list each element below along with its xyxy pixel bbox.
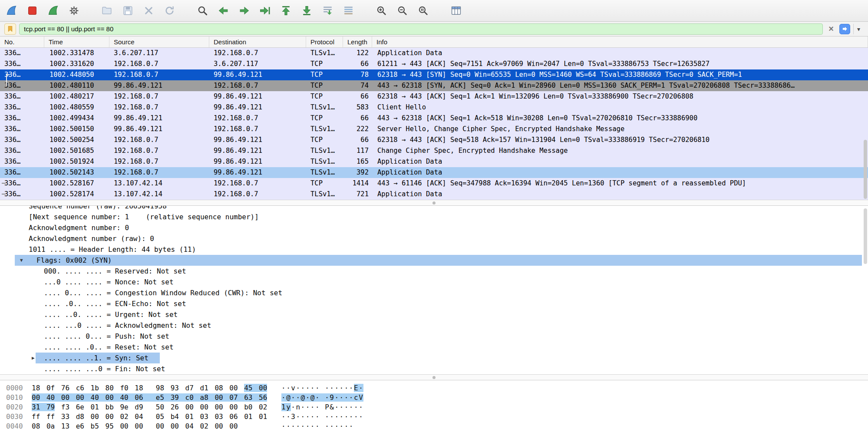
- packet-row[interactable]: 336…1002.52816713.107.42.14192.168.0.7TC…: [0, 178, 868, 189]
- packet-cell-info: Application Data: [372, 167, 868, 178]
- resize-columns-button[interactable]: [448, 3, 464, 19]
- packet-cell-no: 336…: [0, 59, 44, 69]
- packet-row[interactable]: 336…1002.48011099.86.49.121192.168.0.7TC…: [0, 80, 868, 91]
- capture-options-button[interactable]: [66, 3, 82, 19]
- go-last-button[interactable]: [299, 3, 314, 19]
- stop-capture-button[interactable]: [24, 3, 40, 19]
- collapse-icon[interactable]: ▼: [20, 255, 23, 266]
- detail-text: Acknowledgment number (raw): 0: [29, 234, 154, 243]
- packet-cell-no: 336…: [0, 135, 44, 145]
- detail-line[interactable]: .... 0... .... = Congestion Window Reduc…: [0, 287, 868, 298]
- detail-line[interactable]: ▼Flags: 0x002 (SYN): [0, 255, 868, 266]
- packet-cell-dst: 99.86.49.121: [209, 91, 306, 102]
- filter-apply-button[interactable]: [839, 24, 850, 34]
- zoom-in-button[interactable]: [373, 3, 389, 19]
- detail-line[interactable]: .... ..0. .... = Urgent: Not set: [0, 309, 868, 320]
- detail-line[interactable]: .... .0.. .... = ECN-Echo: Not set: [0, 298, 868, 309]
- pane-splitter-bottom[interactable]: [0, 374, 868, 380]
- packet-cell-time: 1002.500150: [44, 124, 109, 135]
- hex-bytes: 18 0f 76 c6 1b 80 f0 18 98 93 d7 d1 08 0…: [32, 383, 281, 393]
- hex-ascii: ·@··@·@· ·9····cV: [281, 393, 363, 402]
- packet-row[interactable]: 336…1002.480559192.168.0.799.86.49.121TL…: [0, 102, 868, 113]
- packet-row[interactable]: 336…1002.502143192.168.0.799.86.49.121TL…: [0, 167, 868, 178]
- go-first-button[interactable]: [278, 3, 294, 19]
- detail-line[interactable]: 000. .... .... = Reserved: Not set: [0, 266, 868, 277]
- expand-icon[interactable]: ▶: [32, 353, 35, 363]
- hex-row[interactable]: 004008 0a 13 e6 b5 95 00 00 00 00 04 02 …: [0, 422, 868, 431]
- packet-row[interactable]: 336…1002.480217192.168.0.799.86.49.121TC…: [0, 91, 868, 102]
- column-header-protocol[interactable]: Protocol: [306, 36, 343, 47]
- filter-clear-button[interactable]: ×: [826, 24, 836, 34]
- pane-splitter-top[interactable]: [0, 200, 868, 206]
- capture-options-icon: [68, 5, 80, 16]
- filter-bookmark-button[interactable]: [4, 23, 16, 35]
- packet-row[interactable]: 336…1002.49943499.86.49.121192.168.0.7TC…: [0, 113, 868, 124]
- column-header-destination[interactable]: Destination: [209, 36, 306, 47]
- column-header-no[interactable]: No.: [0, 36, 44, 47]
- packet-row[interactable]: 336…1002.500254192.168.0.799.86.49.121TC…: [0, 135, 868, 145]
- save-file-icon: [122, 5, 134, 16]
- packet-cell-src: 192.168.0.7: [109, 156, 209, 167]
- packet-row[interactable]: 336…1002.501685192.168.0.799.86.49.121TL…: [0, 145, 868, 156]
- detail-line[interactable]: .... .... ...0 = Fin: Not set: [0, 363, 868, 374]
- detail-line[interactable]: [Next sequence number: 1 (relative seque…: [0, 211, 868, 222]
- packet-row[interactable]: 336…1002.448050192.168.0.799.86.49.121TC…: [0, 69, 868, 80]
- detail-text: Acknowledgment number: 0: [29, 224, 129, 232]
- detail-line[interactable]: ▶.... .... ..1. = Syn: Set: [0, 353, 868, 363]
- detail-line[interactable]: 1011 .... = Header Length: 44 bytes (11): [0, 244, 868, 255]
- related-packet-tick: [2, 194, 6, 195]
- packet-list-scrollbar[interactable]: [864, 140, 867, 199]
- packet-cell-info: Server Hello, Change Cipher Spec, Encryp…: [372, 124, 868, 135]
- packet-cell-time: 1002.499434: [44, 113, 109, 124]
- detail-line[interactable]: ...0 .... .... = Nonce: Not set: [0, 277, 868, 287]
- go-forward-button[interactable]: [236, 3, 252, 19]
- restart-capture-button[interactable]: [45, 3, 61, 19]
- hex-row[interactable]: 001000 40 00 00 40 00 40 06 e5 39 c0 a8 …: [0, 393, 868, 402]
- restart-capture-icon: [47, 5, 59, 16]
- detail-line[interactable]: Sequence number (raw): 2665041958: [0, 206, 868, 211]
- go-back-button[interactable]: [215, 3, 231, 19]
- detail-line[interactable]: .... .... .0.. = Reset: Not set: [0, 342, 868, 353]
- reload-file-icon: [164, 5, 175, 16]
- details-scrollbar[interactable]: [864, 208, 867, 264]
- packet-cell-info: Application Data: [372, 48, 868, 59]
- column-header-info[interactable]: Info: [372, 36, 868, 47]
- find-packet-button[interactable]: [195, 3, 210, 19]
- packet-cell-time: 1002.480110: [44, 80, 109, 91]
- packet-cell-no: 336…: [0, 189, 44, 200]
- hex-row[interactable]: 000018 0f 76 c6 1b 80 f0 18 98 93 d7 d1 …: [0, 383, 868, 393]
- go-to-packet-button[interactable]: [257, 3, 273, 19]
- filter-text: tcp.port == 80 || udp.port == 80: [24, 25, 113, 33]
- colorize-icon: [343, 5, 354, 16]
- packet-cell-dst: 192.168.0.7: [209, 178, 306, 189]
- hex-row[interactable]: 0030ff ff 33 d8 00 00 02 04 05 b4 01 03 …: [0, 412, 868, 422]
- column-header-source[interactable]: Source: [109, 36, 209, 47]
- column-header-time[interactable]: Time: [44, 36, 109, 47]
- start-capture-button[interactable]: [3, 3, 19, 19]
- detail-line[interactable]: Acknowledgment number: 0: [0, 222, 868, 233]
- zoom-out-button[interactable]: [394, 3, 410, 19]
- filter-input[interactable]: tcp.port == 80 || udp.port == 80: [19, 23, 823, 35]
- zoom-out-icon: [396, 5, 408, 16]
- detail-line[interactable]: .... ...0 .... = Acknowledgment: Not set: [0, 320, 868, 331]
- packet-row[interactable]: 336…1002.501924192.168.0.799.86.49.121TL…: [0, 156, 868, 167]
- packet-cell-time: 1002.448050: [44, 69, 109, 80]
- packet-cell-dst: 192.168.0.7: [209, 113, 306, 124]
- column-header-length[interactable]: Length: [343, 36, 372, 47]
- packet-row[interactable]: 336…1002.50015099.86.49.121192.168.0.7TL…: [0, 124, 868, 135]
- zoom-reset-button[interactable]: [415, 3, 431, 19]
- detail-line[interactable]: .... .... 0... = Push: Not set: [0, 331, 868, 342]
- detail-text: .... .... .0.. = Reset: Not set: [44, 343, 174, 351]
- packet-cell-time: 1002.480217: [44, 91, 109, 102]
- packet-cell-src: 13.107.42.14: [109, 178, 209, 189]
- packet-row[interactable]: 336…1002.3314783.6.207.117192.168.0.7TLS…: [0, 48, 868, 59]
- packet-row[interactable]: 336…1002.331620192.168.0.73.6.207.117TCP…: [0, 59, 868, 69]
- filter-dropdown-button[interactable]: ▾: [853, 24, 864, 34]
- packet-cell-proto: TCP: [306, 59, 343, 69]
- packet-cell-proto: TLSv1…: [306, 124, 343, 135]
- detail-line[interactable]: Acknowledgment number (raw): 0: [0, 233, 868, 244]
- colorize-button[interactable]: [340, 3, 356, 19]
- auto-scroll-button[interactable]: [320, 3, 335, 19]
- packet-row[interactable]: 336…1002.52817413.107.42.14192.168.0.7TL…: [0, 189, 868, 200]
- hex-row[interactable]: 002031 79 f3 6e 01 bb 9e d9 50 26 00 00 …: [0, 402, 868, 412]
